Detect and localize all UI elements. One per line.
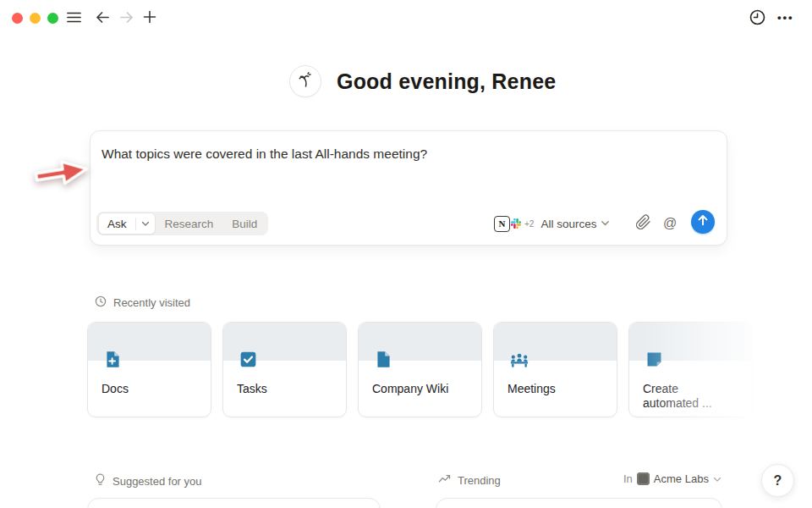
card-label: Docs [102,382,196,396]
clock-icon [95,295,107,310]
help-button[interactable]: ? [761,464,794,497]
ai-avatar [289,65,321,97]
attach-file-button[interactable] [633,213,653,234]
send-button[interactable] [691,210,715,234]
notion-source-icon: N [494,216,510,232]
section-label: Recently visited [113,296,190,309]
suggested-card[interactable] [87,498,381,508]
hamburger-icon [65,8,83,30]
recent-card-docs[interactable]: Docs [87,322,211,417]
chevron-down-icon [141,221,150,227]
arrow-right-icon [118,8,135,30]
trending-header: Trending [438,473,501,487]
mode-dropdown-button[interactable] [136,221,155,227]
chevron-down-icon [713,472,721,485]
document-icon [374,350,393,373]
card-label: Company Wiki [372,382,467,396]
forward-button[interactable] [116,8,136,29]
card-label: Meetings [508,382,602,396]
mode-build-button[interactable]: Build [222,218,266,230]
workspace-selector[interactable]: In Acme Labs [623,472,721,485]
arrow-up-icon [697,214,709,229]
chevron-down-icon [601,220,610,227]
history-button[interactable] [747,8,767,29]
meeting-people-icon [509,350,529,373]
window-close-button[interactable] [12,13,23,24]
trending-card[interactable] [436,498,722,508]
more-sources-count: +2 [524,219,534,229]
more-options-button[interactable]: ••• [777,11,794,24]
recently-visited-header: Recently visited [95,295,190,310]
suggested-header: Suggested for you [95,473,202,489]
sidebar-toggle-button[interactable] [63,8,84,29]
clock-icon [749,8,766,30]
plus-icon [141,8,158,29]
all-sources-label: All sources [540,218,596,230]
recent-card-company-wiki[interactable]: Company Wiki [358,322,482,417]
back-button[interactable] [92,8,112,29]
palm-tree-icon [295,69,315,93]
task-check-icon [239,350,258,373]
trending-up-icon [438,473,451,487]
ask-input[interactable]: What topics were covered in the last All… [102,146,694,162]
app-window: ••• Good evening, Renee What topics were… [0,0,812,508]
at-sign-icon: @ [663,216,677,231]
mode-ask-button[interactable]: Ask [99,218,135,230]
mention-button[interactable]: @ [660,213,680,234]
paperclip-icon [635,214,651,234]
recent-card-meetings[interactable]: Meetings [493,322,617,417]
section-label: Trending [458,474,501,487]
mode-switcher: Ask Research Build [96,212,268,235]
recent-card-tasks[interactable]: Tasks [222,322,347,417]
lightbulb-icon [95,473,106,489]
new-tab-button[interactable] [140,8,160,29]
mode-ask-selected: Ask [98,213,156,235]
annotation-arrow [30,150,96,200]
slack-source-icon [508,217,523,231]
card-label: Create automated ... [643,382,738,411]
card-label: Tasks [237,382,332,396]
window-minimize-button[interactable] [30,13,41,24]
workspace-avatar [637,472,650,485]
section-label: Suggested for you [112,475,202,488]
recent-card-create-automated[interactable]: Create automated ... [628,322,753,417]
doc-add-icon [103,350,123,373]
workspace-name: Acme Labs [654,472,709,485]
sources-selector[interactable]: N +2 All sources [494,212,610,235]
mode-research-button[interactable]: Research [156,218,223,230]
arrow-left-icon [94,8,112,30]
window-zoom-button[interactable] [47,13,58,24]
template-icon [645,350,664,373]
page-title: Good evening, Renee [337,69,556,94]
question-mark-icon: ? [774,473,782,489]
workspace-prefix-label: In [623,472,633,485]
